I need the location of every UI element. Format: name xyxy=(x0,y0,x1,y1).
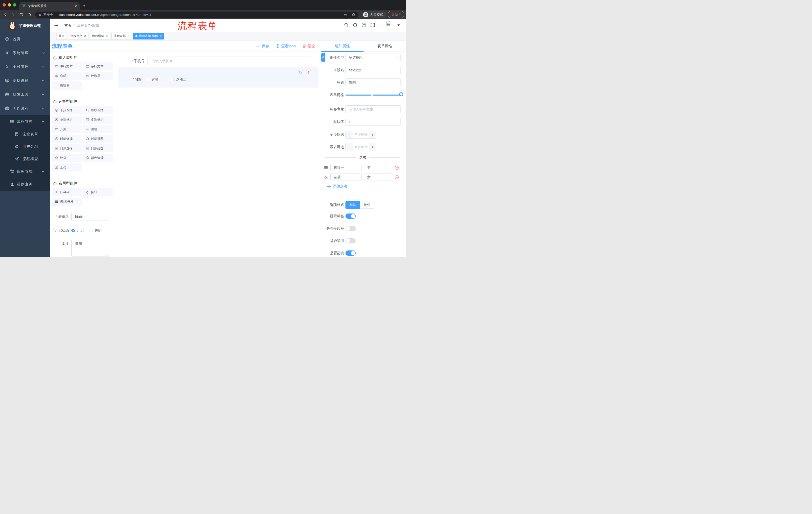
minimize-window-button[interactable] xyxy=(8,3,11,6)
component-颜色选择[interactable]: 颜色选择 xyxy=(83,154,113,162)
component-级联选择[interactable]: 级联选择 xyxy=(83,106,113,114)
status-off-radio[interactable]: 关闭 xyxy=(89,228,102,233)
remark-textarea[interactable]: 嘿嘿 xyxy=(71,240,109,257)
decrease-button[interactable]: − xyxy=(346,131,353,138)
toggle-switch[interactable] xyxy=(345,250,356,256)
add-option-button[interactable]: 添加选项 xyxy=(327,184,347,189)
window-controls[interactable] xyxy=(2,3,16,6)
component-上传[interactable]: 上传 xyxy=(52,163,82,171)
component-type-select[interactable]: 多选框组 xyxy=(345,54,401,61)
drag-handle-icon[interactable] xyxy=(324,175,328,179)
tag-close-icon[interactable]: ✕ xyxy=(127,34,129,38)
label-width-input[interactable]: 请输入标签宽度 xyxy=(345,105,401,113)
tag-close-icon[interactable]: ✕ xyxy=(160,34,162,38)
status-on-radio[interactable]: 开启 xyxy=(71,228,84,233)
toggle-switch[interactable] xyxy=(345,226,356,231)
option-value-input[interactable]: 女 xyxy=(364,173,392,181)
tag-2[interactable]: 流程定义✕ xyxy=(68,33,88,39)
component-按钮[interactable]: 按钮 xyxy=(83,188,113,196)
sidebar-item-7[interactable]: 流程管理 xyxy=(0,115,50,128)
tag-3[interactable]: 流程模型✕ xyxy=(90,33,110,39)
search-icon[interactable] xyxy=(344,23,349,27)
help-icon[interactable] xyxy=(361,23,366,27)
tag-5[interactable]: 流程表单-编辑✕ xyxy=(133,33,164,39)
avatar[interactable] xyxy=(386,20,395,29)
component-日期选择[interactable]: 日期选择 xyxy=(52,144,82,153)
component-行容器[interactable]: 行容器 xyxy=(52,188,82,196)
form-grid-slider[interactable] xyxy=(345,94,401,96)
option-label-input[interactable]: 选项二 xyxy=(330,173,361,181)
component-滑块[interactable]: 滑块 xyxy=(83,125,113,133)
style-option-按钮[interactable]: 按钮 xyxy=(360,201,374,209)
forward-icon[interactable] xyxy=(11,12,15,17)
component-评分[interactable]: 评分 xyxy=(52,154,82,162)
sidebar-item-3[interactable]: 支付管理 xyxy=(0,60,50,74)
clear-button[interactable]: 清空 xyxy=(302,44,315,49)
view-json-button[interactable]: 查看json xyxy=(276,44,296,49)
component-下拉选择[interactable]: 下拉选择 xyxy=(52,106,82,114)
slider-handle[interactable] xyxy=(399,92,403,96)
toggle-switch[interactable] xyxy=(345,214,356,219)
component-日期范围[interactable]: 日期范围 xyxy=(83,144,113,153)
tag-4[interactable]: 流程表单✕ xyxy=(111,33,132,39)
remove-option-icon[interactable] xyxy=(395,175,399,180)
sidebar-item-12[interactable]: 请假查询 xyxy=(0,178,50,191)
sidebar-item-8[interactable]: 流程表单 xyxy=(0,128,50,140)
browser-update-button[interactable]: 更新 xyxy=(388,11,404,18)
copy-component-button[interactable] xyxy=(298,70,303,75)
save-button[interactable]: 保存 xyxy=(256,44,269,49)
sidebar-item-6[interactable]: 工作流程 xyxy=(0,101,50,115)
component-开关[interactable]: 开关 xyxy=(52,125,82,133)
gender-option-1[interactable]: 选项一 xyxy=(146,77,162,82)
component-计数器[interactable]: 123计数器 xyxy=(83,72,113,80)
component-密码[interactable]: 密码 xyxy=(52,72,82,80)
component-时间选择[interactable]: 时间选择 xyxy=(52,135,82,143)
remove-option-icon[interactable] xyxy=(395,165,399,170)
phone-input[interactable]: 请输入手机号 xyxy=(147,57,312,66)
delete-component-button[interactable] xyxy=(306,70,311,75)
component-单选框组[interactable]: 单选框组 xyxy=(52,116,82,124)
bookmark-star-icon[interactable] xyxy=(351,13,355,17)
avatar-caret-icon[interactable] xyxy=(397,24,400,26)
sidebar-item-10[interactable]: 流程模型 xyxy=(0,153,50,165)
component-多选框组[interactable]: 多选框组 xyxy=(83,116,113,124)
resize-grip[interactable] xyxy=(106,253,109,256)
default-value-input[interactable]: 1 xyxy=(345,118,401,126)
toggle-switch[interactable] xyxy=(345,238,356,243)
tag-close-icon[interactable]: ✕ xyxy=(84,34,86,38)
option-value-input[interactable]: 男 xyxy=(364,164,392,171)
close-window-button[interactable] xyxy=(2,3,6,6)
gender-option-2[interactable]: 选项二 xyxy=(170,77,186,82)
field-name-input[interactable]: field122 xyxy=(345,66,401,74)
tab-component-props[interactable]: 组件属性 xyxy=(321,40,364,52)
component-单行文本[interactable]: 单行文本 xyxy=(52,62,82,71)
checkbox-icon[interactable] xyxy=(146,78,149,81)
tag-1[interactable]: 首页 xyxy=(56,33,67,39)
increase-button[interactable]: + xyxy=(369,131,376,138)
max-select-stepper[interactable]: − 最多可选 + xyxy=(345,143,376,151)
drag-handle-icon[interactable] xyxy=(324,165,328,170)
option-label-input[interactable]: 选项一 xyxy=(330,164,361,171)
component-编辑器[interactable]: 编辑器 xyxy=(52,81,82,89)
sidebar-item-1[interactable]: 首页 xyxy=(0,32,50,46)
increase-button[interactable]: + xyxy=(369,143,376,151)
tag-close-icon[interactable]: ✕ xyxy=(106,34,108,38)
font-size-icon[interactable]: TT xyxy=(379,23,384,27)
sidebar-item-9[interactable]: 用户分组 xyxy=(0,140,50,153)
tab-form-props[interactable]: 表单属性 xyxy=(364,40,406,52)
reload-icon[interactable] xyxy=(19,12,23,17)
url-bar[interactable]: 不安全 dashboard.yudao.iocoder.cn/bpm/manag… xyxy=(35,11,358,18)
component-时间范围[interactable]: 时间范围 xyxy=(83,135,113,143)
checkbox-icon[interactable] xyxy=(170,78,174,81)
style-option-默认[interactable]: 默认 xyxy=(345,201,360,209)
sidebar-item-5[interactable]: 研发工具 xyxy=(0,87,50,101)
form-name-input[interactable]: biubiu xyxy=(71,213,109,221)
selected-component[interactable]: 性别 选项一 选项二 xyxy=(118,67,318,87)
min-select-stepper[interactable]: − 至少应选 + xyxy=(345,131,376,139)
maximize-window-button[interactable] xyxy=(13,3,16,6)
component-多行文本[interactable]: 多行文本 xyxy=(83,62,113,71)
sidebar-item-2[interactable]: 系统管理 xyxy=(0,46,50,60)
sidebar-collapse-icon[interactable] xyxy=(54,23,59,28)
back-icon[interactable] xyxy=(3,12,7,17)
sidebar-item-11[interactable]: 任务管理 xyxy=(0,165,50,178)
